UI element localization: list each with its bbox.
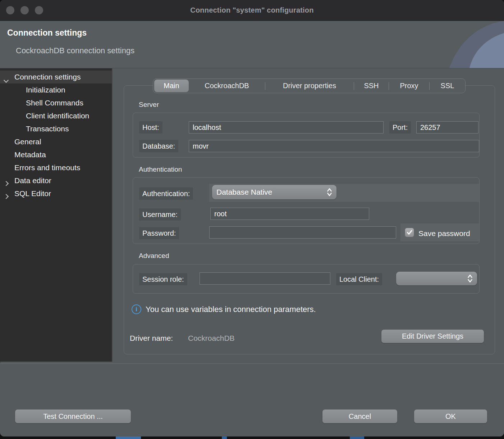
- sidebar-item-data-editor[interactable]: Data editor: [0, 174, 112, 187]
- advanced-group-label: Advanced: [139, 252, 169, 260]
- background-sliver: [350, 436, 364, 439]
- database-input[interactable]: [189, 140, 479, 152]
- zoom-window-button[interactable]: [35, 6, 43, 14]
- sidebar-item-metadata[interactable]: Metadata: [0, 148, 112, 161]
- tab-proxy[interactable]: Proxy: [389, 79, 429, 93]
- tab-label: SSL: [441, 82, 454, 90]
- connection-tab-bar: Main CockroachDB Driver properties SSH P…: [153, 78, 466, 93]
- settings-tree-sidebar: Connection settings Initialization Shell…: [0, 68, 113, 362]
- header-swoosh-decoration: [439, 21, 504, 68]
- save-password-checkbox[interactable]: [405, 228, 414, 237]
- sidebar-item-label: SQL Editor: [14, 189, 51, 198]
- authentication-group-label: Authentication: [139, 166, 182, 173]
- tab-label: CockroachDB: [205, 82, 249, 90]
- close-window-button[interactable]: [6, 6, 14, 14]
- authentication-group: Authentication: Database Native Username…: [133, 177, 480, 244]
- tab-ssh[interactable]: SSH: [354, 79, 389, 93]
- password-input[interactable]: [209, 226, 396, 239]
- tab-label: Main: [164, 82, 179, 90]
- settings-content-area: Main CockroachDB Driver properties SSH P…: [113, 68, 504, 363]
- session-role-input[interactable]: [200, 272, 330, 285]
- local-client-label: Local Client:: [336, 273, 382, 285]
- tab-driver-properties[interactable]: Driver properties: [265, 79, 354, 93]
- host-label: Host:: [139, 121, 162, 133]
- sidebar-item-client-identification[interactable]: Client identification: [0, 109, 112, 122]
- database-label: Database:: [139, 140, 178, 152]
- tab-label: Driver properties: [283, 82, 336, 90]
- main-tab-panel: Server Host: Port: Database: Authenticat…: [124, 85, 495, 354]
- sidebar-item-label: Connection settings: [14, 73, 81, 81]
- driver-name-value: CockroachDB: [188, 334, 235, 343]
- chevron-down-icon[interactable]: [4, 75, 8, 84]
- port-input[interactable]: [416, 121, 478, 133]
- chevron-right-icon[interactable]: [4, 178, 8, 187]
- authentication-selected-value: Database Native: [216, 188, 272, 196]
- title-bar: Connection "system" configuration: [0, 0, 504, 21]
- sidebar-item-connection-settings[interactable]: Connection settings: [0, 71, 112, 83]
- sidebar-item-label: Shell Commands: [26, 99, 83, 107]
- password-label: Password:: [139, 227, 179, 239]
- updown-chevron-icon: [467, 274, 473, 283]
- username-label: Username:: [139, 208, 181, 221]
- info-icon: i: [132, 304, 141, 314]
- traffic-lights: [6, 0, 43, 21]
- tab-label: SSH: [364, 82, 379, 90]
- minimize-window-button[interactable]: [20, 6, 29, 14]
- sidebar-item-label: Transactions: [26, 125, 69, 133]
- sidebar-item-general[interactable]: General: [0, 135, 112, 148]
- local-client-select[interactable]: [396, 272, 477, 285]
- tab-cockroachdb[interactable]: CockroachDB: [189, 79, 265, 93]
- connection-config-dialog: Connection "system" configuration Connec…: [0, 0, 504, 436]
- sidebar-item-label: Client identification: [26, 112, 89, 120]
- session-role-label: Session role:: [139, 273, 187, 285]
- sidebar-item-initialization[interactable]: Initialization: [0, 83, 112, 96]
- username-input[interactable]: [210, 208, 369, 220]
- save-password-label: Save password: [418, 229, 479, 238]
- sidebar-item-label: Errors and timeouts: [14, 163, 80, 172]
- checkmark-icon: [406, 230, 413, 235]
- sidebar-item-transactions[interactable]: Transactions: [0, 122, 112, 135]
- variables-info-text: You can use variables in connection para…: [146, 305, 316, 314]
- sidebar-item-label: Metadata: [14, 150, 46, 159]
- updown-chevron-icon: [327, 187, 332, 197]
- server-group-label: Server: [139, 101, 159, 109]
- background-sliver: [116, 436, 141, 439]
- window-title: Connection "system" configuration: [190, 6, 313, 14]
- dialog-header: Connection settings CockroachDB connecti…: [0, 21, 504, 68]
- authentication-label: Authentication:: [139, 187, 193, 200]
- sidebar-item-shell-commands[interactable]: Shell Commands: [0, 96, 112, 109]
- header-subtitle: CockroachDB connection settings: [16, 46, 134, 55]
- tab-main[interactable]: Main: [154, 80, 189, 92]
- chevron-right-icon[interactable]: [4, 191, 8, 200]
- sidebar-item-label: Initialization: [26, 86, 65, 94]
- sidebar-item-label: General: [14, 137, 41, 146]
- test-connection-button[interactable]: Test Connection ...: [15, 409, 131, 423]
- tab-ssl[interactable]: SSL: [430, 79, 465, 93]
- background-sliver: [222, 436, 227, 439]
- edit-driver-settings-button[interactable]: Edit Driver Settings: [381, 330, 484, 343]
- authentication-select[interactable]: Database Native: [212, 185, 336, 199]
- advanced-group: Session role: Local Client:: [133, 264, 480, 294]
- sidebar-item-errors-and-timeouts[interactable]: Errors and timeouts: [0, 161, 112, 174]
- cancel-button[interactable]: Cancel: [322, 409, 397, 423]
- port-label: Port:: [389, 121, 411, 133]
- host-input[interactable]: [189, 121, 384, 133]
- sidebar-item-sql-editor[interactable]: SQL Editor: [0, 187, 112, 200]
- server-group: Host: Port: Database:: [133, 113, 480, 158]
- tab-label: Proxy: [400, 82, 418, 90]
- header-title: Connection settings: [7, 28, 87, 38]
- sidebar-item-label: Data editor: [14, 176, 51, 185]
- ok-button[interactable]: OK: [414, 409, 487, 423]
- dialog-footer: Test Connection ... Cancel OK: [0, 364, 504, 436]
- driver-name-label: Driver name:: [130, 334, 173, 343]
